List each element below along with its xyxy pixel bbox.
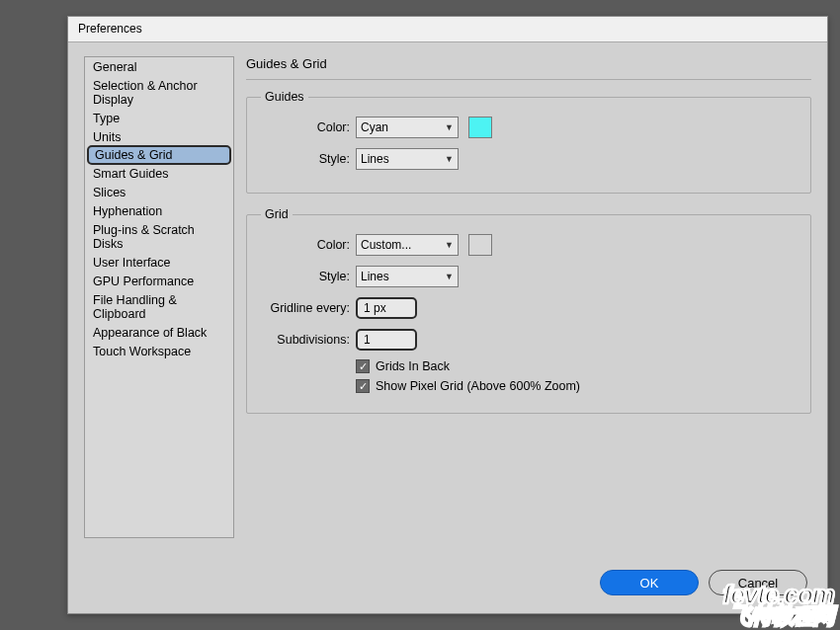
gridline-every-input[interactable]: 1 px (356, 297, 417, 319)
preferences-dialog: Preferences General Selection & Anchor D… (67, 16, 828, 614)
sidebar-item-general[interactable]: General (85, 57, 233, 76)
sidebar-item-selection-anchor[interactable]: Selection & Anchor Display (85, 76, 233, 109)
grid-color-select[interactable]: Custom... ▼ (356, 234, 459, 256)
chevron-down-icon: ▼ (445, 154, 454, 164)
sidebar-item-file-handling[interactable]: File Handling & Clipboard (85, 290, 233, 323)
dialog-titlebar: Preferences (68, 17, 827, 42)
preferences-main-panel: Guides & Grid Guides Color: Cyan ▼ Style… (246, 56, 811, 428)
sidebar-item-guides-grid[interactable]: Guides & Grid (87, 145, 231, 165)
guides-group: Guides Color: Cyan ▼ Style: Lines ▼ (246, 90, 811, 194)
grid-color-swatch[interactable] (468, 234, 492, 256)
show-pixel-grid-label: Show Pixel Grid (Above 600% Zoom) (376, 379, 580, 393)
grid-group: Grid Color: Custom... ▼ Style: Lines ▼ (246, 207, 811, 414)
sidebar-item-gpu-performance[interactable]: GPU Performance (85, 272, 233, 290)
ok-button[interactable]: OK (600, 570, 699, 595)
chevron-down-icon: ▼ (445, 122, 454, 132)
sidebar-item-plugins-scratch[interactable]: Plug-ins & Scratch Disks (85, 220, 233, 253)
sidebar-item-smart-guides[interactable]: Smart Guides (85, 164, 233, 183)
sidebar-item-appearance-black[interactable]: Appearance of Black (85, 323, 233, 342)
sidebar-item-type[interactable]: Type (85, 109, 233, 127)
subdivisions-label: Subdivisions: (261, 333, 356, 347)
sidebar-item-hyphenation[interactable]: Hyphenation (85, 201, 233, 220)
chevron-down-icon: ▼ (445, 272, 454, 281)
grids-in-back-label: Grids In Back (376, 359, 450, 373)
guides-style-label: Style: (261, 152, 356, 166)
guides-legend: Guides (261, 90, 308, 104)
watermark: fevte.com 飞特教程网 (723, 584, 834, 626)
dialog-title: Preferences (78, 22, 142, 36)
show-pixel-grid-checkbox[interactable]: ✓ (356, 379, 370, 393)
guides-color-swatch[interactable] (468, 117, 492, 138)
sidebar-item-units[interactable]: Units (85, 127, 233, 146)
sidebar-item-slices[interactable]: Slices (85, 183, 233, 201)
grid-color-label: Color: (261, 238, 356, 252)
sidebar-item-user-interface[interactable]: User Interface (85, 253, 233, 272)
guides-color-select[interactable]: Cyan ▼ (356, 117, 459, 138)
grids-in-back-checkbox[interactable]: ✓ (356, 359, 370, 373)
grid-style-label: Style: (261, 270, 356, 283)
grid-style-select[interactable]: Lines ▼ (356, 266, 459, 287)
grid-legend: Grid (261, 207, 293, 221)
sidebar-item-touch-workspace[interactable]: Touch Workspace (85, 342, 233, 360)
panel-heading: Guides & Grid (246, 56, 811, 71)
preferences-sidebar: General Selection & Anchor Display Type … (84, 56, 234, 538)
guides-style-select[interactable]: Lines ▼ (356, 148, 459, 170)
gridline-every-label: Gridline every: (261, 301, 356, 315)
subdivisions-input[interactable]: 1 (356, 329, 417, 351)
guides-color-label: Color: (261, 120, 356, 134)
divider (246, 79, 811, 80)
chevron-down-icon: ▼ (445, 240, 454, 250)
